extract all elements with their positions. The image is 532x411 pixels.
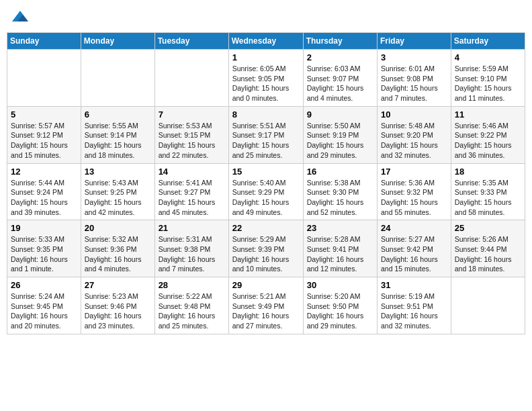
weekday-header-saturday: Saturday bbox=[451, 33, 525, 50]
day-info: Sunrise: 5:26 AM Sunset: 9:44 PM Dayligh… bbox=[455, 234, 521, 274]
calendar-cell: 11Sunrise: 5:46 AM Sunset: 9:22 PM Dayli… bbox=[451, 106, 525, 163]
day-number: 30 bbox=[307, 280, 373, 290]
day-number: 9 bbox=[307, 109, 373, 120]
day-info: Sunrise: 5:27 AM Sunset: 9:42 PM Dayligh… bbox=[381, 234, 447, 274]
weekday-header-tuesday: Tuesday bbox=[154, 33, 228, 50]
calendar-cell: 3Sunrise: 6:01 AM Sunset: 9:08 PM Daylig… bbox=[378, 50, 451, 107]
calendar-week-row: 12Sunrise: 5:44 AM Sunset: 9:24 PM Dayli… bbox=[7, 163, 525, 220]
day-info: Sunrise: 5:28 AM Sunset: 9:41 PM Dayligh… bbox=[307, 234, 373, 274]
calendar-cell: 8Sunrise: 5:51 AM Sunset: 9:17 PM Daylig… bbox=[228, 106, 303, 163]
calendar-week-row: 26Sunrise: 5:24 AM Sunset: 9:45 PM Dayli… bbox=[7, 277, 525, 334]
day-info: Sunrise: 5:23 AM Sunset: 9:46 PM Dayligh… bbox=[85, 291, 151, 331]
day-info: Sunrise: 6:03 AM Sunset: 9:07 PM Dayligh… bbox=[307, 64, 373, 103]
day-number: 28 bbox=[159, 280, 225, 290]
day-info: Sunrise: 5:36 AM Sunset: 9:32 PM Dayligh… bbox=[381, 178, 447, 218]
calendar-cell: 19Sunrise: 5:33 AM Sunset: 9:35 PM Dayli… bbox=[7, 220, 81, 277]
day-info: Sunrise: 6:01 AM Sunset: 9:08 PM Dayligh… bbox=[381, 64, 447, 103]
day-info: Sunrise: 5:57 AM Sunset: 9:12 PM Dayligh… bbox=[11, 121, 77, 161]
calendar-cell: 6Sunrise: 5:55 AM Sunset: 9:14 PM Daylig… bbox=[81, 106, 154, 163]
calendar-week-row: 5Sunrise: 5:57 AM Sunset: 9:12 PM Daylig… bbox=[7, 106, 525, 163]
calendar-cell: 29Sunrise: 5:21 AM Sunset: 9:49 PM Dayli… bbox=[228, 277, 303, 334]
calendar-cell: 16Sunrise: 5:38 AM Sunset: 9:30 PM Dayli… bbox=[303, 163, 377, 220]
day-info: Sunrise: 5:53 AM Sunset: 9:15 PM Dayligh… bbox=[159, 121, 225, 161]
day-number: 7 bbox=[159, 109, 225, 120]
day-info: Sunrise: 5:32 AM Sunset: 9:36 PM Dayligh… bbox=[85, 234, 151, 274]
day-number: 4 bbox=[455, 52, 521, 62]
calendar-cell: 26Sunrise: 5:24 AM Sunset: 9:45 PM Dayli… bbox=[7, 277, 81, 334]
day-info: Sunrise: 6:05 AM Sunset: 9:05 PM Dayligh… bbox=[232, 64, 300, 103]
day-number: 6 bbox=[85, 109, 151, 120]
calendar-cell bbox=[7, 50, 81, 107]
day-number: 5 bbox=[11, 109, 77, 120]
day-number: 15 bbox=[232, 167, 300, 177]
calendar-cell: 20Sunrise: 5:32 AM Sunset: 9:36 PM Dayli… bbox=[81, 220, 154, 277]
day-number: 1 bbox=[232, 52, 300, 62]
weekday-header-monday: Monday bbox=[81, 33, 154, 50]
calendar-week-row: 1Sunrise: 6:05 AM Sunset: 9:05 PM Daylig… bbox=[7, 50, 525, 107]
calendar-cell: 9Sunrise: 5:50 AM Sunset: 9:19 PM Daylig… bbox=[303, 106, 377, 163]
calendar-cell: 21Sunrise: 5:31 AM Sunset: 9:38 PM Dayli… bbox=[154, 220, 228, 277]
day-number: 11 bbox=[455, 109, 521, 120]
day-info: Sunrise: 5:38 AM Sunset: 9:30 PM Dayligh… bbox=[307, 178, 373, 218]
day-number: 16 bbox=[307, 167, 373, 177]
day-info: Sunrise: 5:35 AM Sunset: 9:33 PM Dayligh… bbox=[455, 178, 521, 218]
day-number: 26 bbox=[11, 280, 77, 290]
day-info: Sunrise: 5:21 AM Sunset: 9:49 PM Dayligh… bbox=[232, 291, 300, 331]
day-number: 21 bbox=[159, 223, 225, 233]
calendar-cell: 27Sunrise: 5:23 AM Sunset: 9:46 PM Dayli… bbox=[81, 277, 154, 334]
calendar-cell bbox=[451, 277, 525, 334]
day-info: Sunrise: 5:22 AM Sunset: 9:48 PM Dayligh… bbox=[159, 291, 225, 331]
day-number: 13 bbox=[85, 167, 151, 177]
day-number: 19 bbox=[11, 223, 77, 233]
day-number: 24 bbox=[381, 223, 447, 233]
day-info: Sunrise: 5:46 AM Sunset: 9:22 PM Dayligh… bbox=[455, 121, 521, 161]
day-info: Sunrise: 5:40 AM Sunset: 9:29 PM Dayligh… bbox=[232, 178, 300, 218]
day-number: 22 bbox=[232, 223, 300, 233]
weekday-header-row: SundayMondayTuesdayWednesdayThursdayFrid… bbox=[7, 33, 525, 50]
day-info: Sunrise: 5:51 AM Sunset: 9:17 PM Dayligh… bbox=[232, 121, 300, 161]
weekday-header-friday: Friday bbox=[378, 33, 451, 50]
calendar-cell: 25Sunrise: 5:26 AM Sunset: 9:44 PM Dayli… bbox=[451, 220, 525, 277]
day-number: 17 bbox=[381, 167, 447, 177]
day-info: Sunrise: 5:48 AM Sunset: 9:20 PM Dayligh… bbox=[381, 121, 447, 161]
day-number: 8 bbox=[232, 109, 300, 120]
calendar-cell: 30Sunrise: 5:20 AM Sunset: 9:50 PM Dayli… bbox=[303, 277, 377, 334]
calendar-cell bbox=[81, 50, 154, 107]
calendar-cell: 1Sunrise: 6:05 AM Sunset: 9:05 PM Daylig… bbox=[228, 50, 303, 107]
calendar-cell: 12Sunrise: 5:44 AM Sunset: 9:24 PM Dayli… bbox=[7, 163, 81, 220]
day-info: Sunrise: 5:33 AM Sunset: 9:35 PM Dayligh… bbox=[11, 234, 77, 274]
calendar-cell bbox=[154, 50, 228, 107]
day-number: 29 bbox=[232, 280, 300, 290]
calendar-table: SundayMondayTuesdayWednesdayThursdayFrid… bbox=[7, 32, 525, 334]
calendar-cell: 23Sunrise: 5:28 AM Sunset: 9:41 PM Dayli… bbox=[303, 220, 377, 277]
weekday-header-thursday: Thursday bbox=[303, 33, 377, 50]
calendar-cell: 5Sunrise: 5:57 AM Sunset: 9:12 PM Daylig… bbox=[7, 106, 81, 163]
day-info: Sunrise: 5:31 AM Sunset: 9:38 PM Dayligh… bbox=[159, 234, 225, 274]
day-number: 14 bbox=[159, 167, 225, 177]
calendar-cell: 2Sunrise: 6:03 AM Sunset: 9:07 PM Daylig… bbox=[303, 50, 377, 107]
calendar-cell: 13Sunrise: 5:43 AM Sunset: 9:25 PM Dayli… bbox=[81, 163, 154, 220]
day-number: 10 bbox=[381, 109, 447, 120]
calendar-cell: 17Sunrise: 5:36 AM Sunset: 9:32 PM Dayli… bbox=[378, 163, 451, 220]
calendar-cell: 18Sunrise: 5:35 AM Sunset: 9:33 PM Dayli… bbox=[451, 163, 525, 220]
calendar-week-row: 19Sunrise: 5:33 AM Sunset: 9:35 PM Dayli… bbox=[7, 220, 525, 277]
calendar-cell: 4Sunrise: 5:59 AM Sunset: 9:10 PM Daylig… bbox=[451, 50, 525, 107]
day-info: Sunrise: 5:55 AM Sunset: 9:14 PM Dayligh… bbox=[85, 121, 151, 161]
calendar-cell: 31Sunrise: 5:19 AM Sunset: 9:51 PM Dayli… bbox=[378, 277, 451, 334]
day-number: 31 bbox=[381, 280, 447, 290]
day-info: Sunrise: 5:44 AM Sunset: 9:24 PM Dayligh… bbox=[11, 178, 77, 218]
day-number: 3 bbox=[381, 52, 447, 62]
logo-icon bbox=[11, 9, 30, 26]
day-number: 2 bbox=[307, 52, 373, 62]
day-number: 27 bbox=[85, 280, 151, 290]
day-number: 23 bbox=[307, 223, 373, 233]
calendar-cell: 7Sunrise: 5:53 AM Sunset: 9:15 PM Daylig… bbox=[154, 106, 228, 163]
calendar-cell: 14Sunrise: 5:41 AM Sunset: 9:27 PM Dayli… bbox=[154, 163, 228, 220]
day-info: Sunrise: 5:59 AM Sunset: 9:10 PM Dayligh… bbox=[455, 64, 521, 103]
day-number: 18 bbox=[455, 167, 521, 177]
day-info: Sunrise: 5:19 AM Sunset: 9:51 PM Dayligh… bbox=[381, 291, 447, 331]
day-info: Sunrise: 5:43 AM Sunset: 9:25 PM Dayligh… bbox=[85, 178, 151, 218]
day-number: 20 bbox=[85, 223, 151, 233]
day-info: Sunrise: 5:50 AM Sunset: 9:19 PM Dayligh… bbox=[307, 121, 373, 161]
calendar-cell: 15Sunrise: 5:40 AM Sunset: 9:29 PM Dayli… bbox=[228, 163, 303, 220]
